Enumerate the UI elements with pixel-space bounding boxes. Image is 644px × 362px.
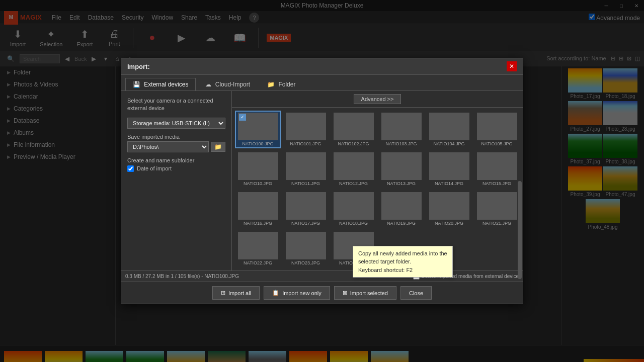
dialog-titlebar: Import: ✕: [121, 58, 523, 75]
save-path-area: Save imported media D:\Photos\ 📁: [127, 134, 225, 152]
dialog-title-text: Import:: [127, 63, 150, 70]
import-photo-item[interactable]: NATIO18.JPG: [331, 190, 376, 228]
import-photo-item[interactable]: NATIO20.JPG: [426, 190, 472, 228]
dialog-tabs: 💾 External devices ☁ Cloud-Import 📁 Fold…: [121, 75, 523, 91]
import-thumb: [286, 113, 326, 140]
advanced-section: Advanced >>: [232, 91, 523, 108]
save-path-label: Save imported media: [127, 134, 225, 140]
import-dialog: Import: ✕ 💾 External devices ☁ Cloud-Imp…: [121, 58, 523, 304]
import-thumb: [334, 113, 374, 140]
scroll-indicator: [518, 181, 522, 270]
dialog-close-footer-button[interactable]: Close: [400, 286, 432, 300]
import-thumb: [286, 232, 326, 259]
import-photo-item[interactable]: NATIO103.JPG: [378, 111, 424, 148]
import-photo-item[interactable]: NATIO22.JPG: [235, 230, 281, 267]
date-import-checkbox[interactable]: [127, 165, 134, 172]
import-thumb: [238, 232, 278, 259]
folder-tab-icon: 📁: [267, 81, 275, 88]
import-new-icon: 📋: [272, 290, 279, 296]
import-photo-item[interactable]: NATIO23.JPG: [283, 230, 329, 267]
tab-external-devices[interactable]: 💾 External devices: [125, 78, 196, 90]
import-photo-item[interactable]: NATIO13.JPG: [378, 150, 424, 188]
save-path-row: D:\Photos\ 📁: [127, 141, 225, 152]
import-photo-name: NATIO20.JPG: [435, 221, 463, 226]
import-photo-name: NATIO104.JPG: [434, 141, 465, 146]
import-thumb: [286, 152, 326, 180]
dialog-status-bar: 0.3 MB / 27.2 MB in 1 / 105 file(s) - NA…: [121, 270, 523, 282]
import-photo-item[interactable]: NATIO21.JPG: [474, 190, 520, 228]
import-photo-item[interactable]: NATIO101.JPG: [283, 111, 329, 148]
import-photo-name: NATIO105.JPG: [481, 141, 513, 146]
import-photo-name: NATIO22.JPG: [244, 260, 272, 265]
import-thumb: [334, 192, 374, 220]
dialog-left-panel: Select your camera or a connected extern…: [121, 91, 232, 270]
import-photo-name: NATIO14.JPG: [435, 181, 463, 186]
save-path-select[interactable]: D:\Photos\: [127, 141, 209, 152]
import-photo-name: NATIO103.JPG: [386, 141, 417, 146]
import-thumb: [381, 113, 422, 140]
selected-check: ✓: [239, 114, 246, 121]
browse-folder-button[interactable]: 📁: [211, 142, 225, 152]
import-photo-item[interactable]: NATIO14.JPG: [426, 150, 472, 188]
tab-folder[interactable]: 📁 Folder: [260, 78, 303, 90]
import-thumb: [477, 152, 517, 180]
device-selector-area: Storage media: USB-STICK (I:): [127, 118, 225, 129]
import-photo-item[interactable]: NATIO16.JPG: [235, 190, 281, 228]
advanced-button[interactable]: Advanced >>: [354, 94, 401, 104]
import-thumb: [238, 152, 278, 180]
import-thumb: [477, 113, 517, 140]
dialog-close-button[interactable]: ✕: [507, 61, 517, 71]
import-photo-item[interactable]: NATIO12.JPG: [331, 150, 376, 188]
import-thumb: [477, 192, 517, 220]
external-device-icon: 💾: [133, 81, 140, 88]
import-thumb: [334, 152, 374, 180]
import-photo-item[interactable]: NATIO15.JPG: [474, 150, 520, 188]
tab-cloud-import[interactable]: ☁ Cloud-Import: [198, 78, 258, 90]
import-photo-name: NATIO11.JPG: [291, 181, 320, 186]
import-photo-item[interactable]: NATIO11.JPG: [283, 150, 329, 188]
dialog-body: Select your camera or a connected extern…: [121, 91, 523, 270]
import-photo-name: NATIO12.JPG: [339, 181, 368, 186]
device-selector[interactable]: Storage media: USB-STICK (I:): [127, 118, 225, 129]
import-photo-name: NATIO13.JPG: [387, 181, 416, 186]
import-photo-item[interactable]: NATIO10.JPG: [235, 150, 281, 188]
import-photo-name: NATIO19.JPG: [387, 221, 416, 226]
import-photo-name: NATIO15.JPG: [482, 181, 511, 186]
import-photo-item[interactable]: NATIO105.JPG: [474, 111, 520, 148]
import-thumb: [429, 152, 469, 180]
import-photo-name: NATIO16.JPG: [244, 221, 272, 226]
import-photo-item[interactable]: NATIO17.JPG: [283, 190, 329, 228]
import-photo-item[interactable]: ✓ NATIO100.JPG: [235, 111, 281, 148]
import-all-button[interactable]: ⊞ Import all: [212, 286, 260, 300]
import-new-tooltip: Copy all newly added media into the sele…: [353, 246, 453, 278]
subfolder-area: Create and name subfolder Date of import: [127, 157, 225, 172]
import-photo-item[interactable]: NATIO104.JPG: [426, 111, 472, 148]
status-text: 0.3 MB / 27.2 MB in 1 / 105 file(s) - NA…: [125, 274, 239, 279]
import-new-only-button[interactable]: 📋 Import new only: [264, 286, 330, 300]
import-photo-name: NATIO17.JPG: [291, 221, 320, 226]
import-thumb: [429, 192, 469, 220]
import-thumb: [381, 192, 422, 220]
import-photo-name: NATIO10.JPG: [244, 181, 272, 186]
device-description: Select your camera or a connected extern…: [127, 97, 225, 113]
import-photo-name: NATIO102.JPG: [338, 141, 369, 146]
import-thumb: [381, 152, 422, 180]
dialog-right-panel: Advanced >> ✓ NATIO100.JPG NATIO101.JPG …: [232, 91, 523, 270]
import-thumb: [238, 192, 278, 220]
import-photo-name: NATIO23.JPG: [291, 260, 320, 265]
import-photo-item[interactable]: NATIO19.JPG: [378, 190, 424, 228]
dialog-footer: ⊞ Import all 📋 Import new only ⊠ Import …: [121, 282, 523, 304]
import-selected-button[interactable]: ⊠ Import selected: [334, 286, 396, 300]
import-photo-name: NATIO101.JPG: [290, 141, 321, 146]
import-selected-icon: ⊠: [343, 290, 347, 296]
import-thumb: [286, 192, 326, 220]
import-photo-item[interactable]: NATIO102.JPG: [331, 111, 376, 148]
import-photo-name: NATIO21.JPG: [482, 221, 511, 226]
import-dialog-overlay: Import: ✕ 💾 External devices ☁ Cloud-Imp…: [0, 0, 644, 362]
import-thumb: [429, 113, 469, 140]
import-all-icon: ⊞: [221, 290, 225, 296]
import-thumb: ✓: [238, 113, 278, 140]
subfolder-label: Create and name subfolder: [127, 157, 225, 163]
date-import-label: Date of import: [137, 165, 172, 171]
import-photo-name: NATIO18.JPG: [339, 221, 368, 226]
